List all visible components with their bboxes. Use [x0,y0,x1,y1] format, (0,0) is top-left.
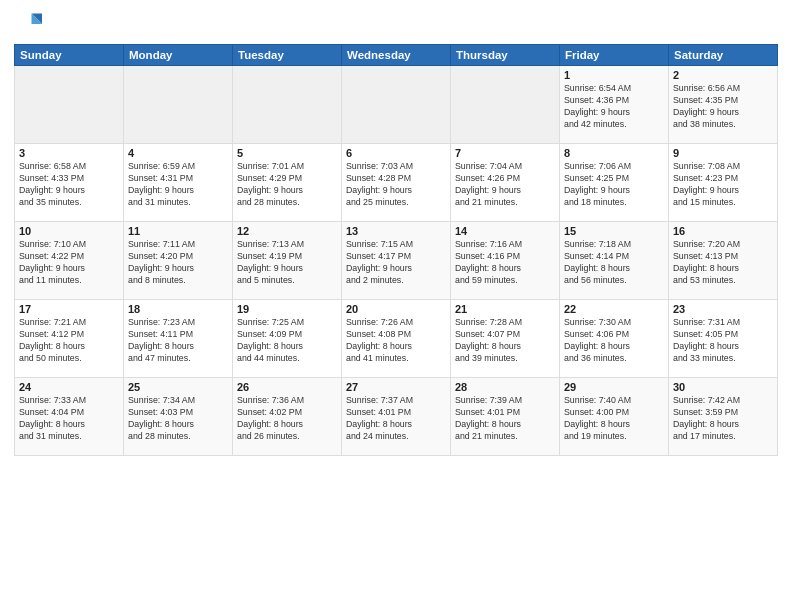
calendar-cell [451,66,560,144]
calendar-cell: 10Sunrise: 7:10 AM Sunset: 4:22 PM Dayli… [15,222,124,300]
weekday-header: Saturday [669,45,778,66]
calendar-cell: 15Sunrise: 7:18 AM Sunset: 4:14 PM Dayli… [560,222,669,300]
calendar-cell: 23Sunrise: 7:31 AM Sunset: 4:05 PM Dayli… [669,300,778,378]
day-number: 24 [19,381,119,393]
calendar-cell: 30Sunrise: 7:42 AM Sunset: 3:59 PM Dayli… [669,378,778,456]
calendar-cell: 14Sunrise: 7:16 AM Sunset: 4:16 PM Dayli… [451,222,560,300]
day-number: 10 [19,225,119,237]
calendar-week-row: 10Sunrise: 7:10 AM Sunset: 4:22 PM Dayli… [15,222,778,300]
calendar-cell: 28Sunrise: 7:39 AM Sunset: 4:01 PM Dayli… [451,378,560,456]
page-header [14,10,778,38]
day-number: 29 [564,381,664,393]
calendar-cell: 3Sunrise: 6:58 AM Sunset: 4:33 PM Daylig… [15,144,124,222]
day-number: 27 [346,381,446,393]
calendar-table: SundayMondayTuesdayWednesdayThursdayFrid… [14,44,778,456]
day-info: Sunrise: 7:01 AM Sunset: 4:29 PM Dayligh… [237,161,337,209]
day-number: 8 [564,147,664,159]
day-info: Sunrise: 7:04 AM Sunset: 4:26 PM Dayligh… [455,161,555,209]
calendar-cell: 24Sunrise: 7:33 AM Sunset: 4:04 PM Dayli… [15,378,124,456]
day-number: 6 [346,147,446,159]
calendar-header-row: SundayMondayTuesdayWednesdayThursdayFrid… [15,45,778,66]
calendar-cell: 6Sunrise: 7:03 AM Sunset: 4:28 PM Daylig… [342,144,451,222]
day-number: 22 [564,303,664,315]
weekday-header: Tuesday [233,45,342,66]
day-number: 28 [455,381,555,393]
calendar-cell: 26Sunrise: 7:36 AM Sunset: 4:02 PM Dayli… [233,378,342,456]
day-info: Sunrise: 7:13 AM Sunset: 4:19 PM Dayligh… [237,239,337,287]
day-number: 5 [237,147,337,159]
day-info: Sunrise: 7:25 AM Sunset: 4:09 PM Dayligh… [237,317,337,365]
calendar-cell: 27Sunrise: 7:37 AM Sunset: 4:01 PM Dayli… [342,378,451,456]
calendar-cell [233,66,342,144]
day-number: 23 [673,303,773,315]
weekday-header: Thursday [451,45,560,66]
day-info: Sunrise: 7:36 AM Sunset: 4:02 PM Dayligh… [237,395,337,443]
calendar-week-row: 3Sunrise: 6:58 AM Sunset: 4:33 PM Daylig… [15,144,778,222]
day-info: Sunrise: 6:54 AM Sunset: 4:36 PM Dayligh… [564,83,664,131]
day-info: Sunrise: 6:59 AM Sunset: 4:31 PM Dayligh… [128,161,228,209]
day-number: 30 [673,381,773,393]
day-number: 1 [564,69,664,81]
day-info: Sunrise: 7:33 AM Sunset: 4:04 PM Dayligh… [19,395,119,443]
day-number: 13 [346,225,446,237]
day-number: 18 [128,303,228,315]
day-number: 11 [128,225,228,237]
day-info: Sunrise: 7:39 AM Sunset: 4:01 PM Dayligh… [455,395,555,443]
day-info: Sunrise: 7:06 AM Sunset: 4:25 PM Dayligh… [564,161,664,209]
calendar-week-row: 17Sunrise: 7:21 AM Sunset: 4:12 PM Dayli… [15,300,778,378]
day-info: Sunrise: 7:23 AM Sunset: 4:11 PM Dayligh… [128,317,228,365]
calendar-cell: 11Sunrise: 7:11 AM Sunset: 4:20 PM Dayli… [124,222,233,300]
day-number: 25 [128,381,228,393]
day-info: Sunrise: 7:20 AM Sunset: 4:13 PM Dayligh… [673,239,773,287]
calendar-cell: 4Sunrise: 6:59 AM Sunset: 4:31 PM Daylig… [124,144,233,222]
day-info: Sunrise: 7:34 AM Sunset: 4:03 PM Dayligh… [128,395,228,443]
day-info: Sunrise: 7:42 AM Sunset: 3:59 PM Dayligh… [673,395,773,443]
day-info: Sunrise: 7:21 AM Sunset: 4:12 PM Dayligh… [19,317,119,365]
day-info: Sunrise: 7:30 AM Sunset: 4:06 PM Dayligh… [564,317,664,365]
calendar-cell: 25Sunrise: 7:34 AM Sunset: 4:03 PM Dayli… [124,378,233,456]
day-info: Sunrise: 6:58 AM Sunset: 4:33 PM Dayligh… [19,161,119,209]
weekday-header: Sunday [15,45,124,66]
calendar-cell: 2Sunrise: 6:56 AM Sunset: 4:35 PM Daylig… [669,66,778,144]
calendar-cell: 29Sunrise: 7:40 AM Sunset: 4:00 PM Dayli… [560,378,669,456]
day-info: Sunrise: 7:03 AM Sunset: 4:28 PM Dayligh… [346,161,446,209]
calendar-cell: 18Sunrise: 7:23 AM Sunset: 4:11 PM Dayli… [124,300,233,378]
calendar-week-row: 24Sunrise: 7:33 AM Sunset: 4:04 PM Dayli… [15,378,778,456]
day-info: Sunrise: 7:18 AM Sunset: 4:14 PM Dayligh… [564,239,664,287]
calendar-cell [124,66,233,144]
calendar-cell: 7Sunrise: 7:04 AM Sunset: 4:26 PM Daylig… [451,144,560,222]
calendar-cell: 1Sunrise: 6:54 AM Sunset: 4:36 PM Daylig… [560,66,669,144]
day-number: 3 [19,147,119,159]
day-info: Sunrise: 7:16 AM Sunset: 4:16 PM Dayligh… [455,239,555,287]
day-info: Sunrise: 7:15 AM Sunset: 4:17 PM Dayligh… [346,239,446,287]
day-number: 17 [19,303,119,315]
day-info: Sunrise: 7:40 AM Sunset: 4:00 PM Dayligh… [564,395,664,443]
calendar-cell: 9Sunrise: 7:08 AM Sunset: 4:23 PM Daylig… [669,144,778,222]
day-info: Sunrise: 7:11 AM Sunset: 4:20 PM Dayligh… [128,239,228,287]
calendar-cell: 5Sunrise: 7:01 AM Sunset: 4:29 PM Daylig… [233,144,342,222]
day-info: Sunrise: 6:56 AM Sunset: 4:35 PM Dayligh… [673,83,773,131]
calendar-cell: 21Sunrise: 7:28 AM Sunset: 4:07 PM Dayli… [451,300,560,378]
day-number: 7 [455,147,555,159]
day-info: Sunrise: 7:08 AM Sunset: 4:23 PM Dayligh… [673,161,773,209]
day-number: 15 [564,225,664,237]
day-number: 12 [237,225,337,237]
day-number: 16 [673,225,773,237]
day-number: 14 [455,225,555,237]
calendar-cell: 13Sunrise: 7:15 AM Sunset: 4:17 PM Dayli… [342,222,451,300]
logo [14,10,46,38]
calendar-cell: 16Sunrise: 7:20 AM Sunset: 4:13 PM Dayli… [669,222,778,300]
day-info: Sunrise: 7:26 AM Sunset: 4:08 PM Dayligh… [346,317,446,365]
weekday-header: Wednesday [342,45,451,66]
day-info: Sunrise: 7:37 AM Sunset: 4:01 PM Dayligh… [346,395,446,443]
calendar-cell: 19Sunrise: 7:25 AM Sunset: 4:09 PM Dayli… [233,300,342,378]
weekday-header: Friday [560,45,669,66]
day-number: 21 [455,303,555,315]
calendar-week-row: 1Sunrise: 6:54 AM Sunset: 4:36 PM Daylig… [15,66,778,144]
calendar-cell [342,66,451,144]
weekday-header: Monday [124,45,233,66]
calendar-cell [15,66,124,144]
calendar-cell: 22Sunrise: 7:30 AM Sunset: 4:06 PM Dayli… [560,300,669,378]
day-info: Sunrise: 7:31 AM Sunset: 4:05 PM Dayligh… [673,317,773,365]
day-number: 2 [673,69,773,81]
